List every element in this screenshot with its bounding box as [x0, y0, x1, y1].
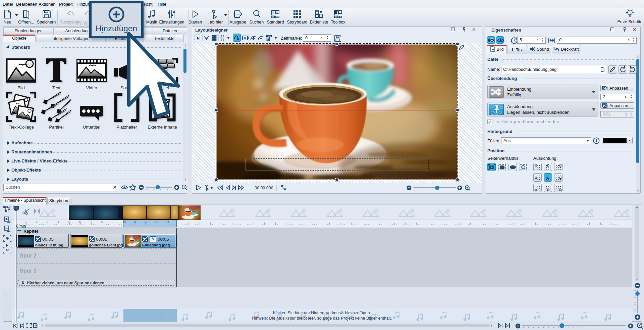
svg-text:A: A — [90, 237, 92, 240]
svg-text:B: B — [92, 239, 94, 242]
svg-text:B: B — [146, 239, 148, 242]
svg-text:B: B — [603, 104, 604, 106]
svg-text:A: A — [605, 105, 607, 108]
svg-text:A: A — [143, 237, 145, 240]
svg-text:B: B — [39, 239, 41, 242]
svg-text:B: B — [605, 88, 607, 90]
svg-text:A: A — [36, 237, 38, 240]
svg-text:A: A — [603, 86, 604, 89]
